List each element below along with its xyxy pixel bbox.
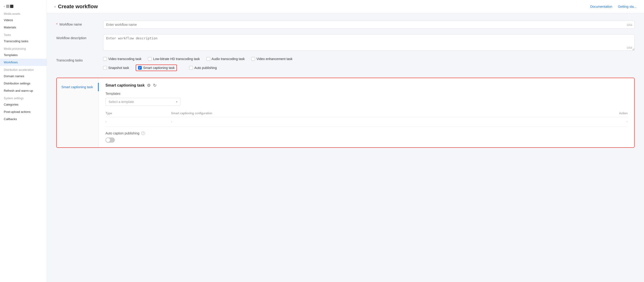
cell-type: -	[106, 120, 171, 124]
documentation-link[interactable]: Documentation	[590, 5, 612, 9]
sidebar-back-nav[interactable]: ‹	[0, 3, 47, 10]
required-star: *	[56, 23, 58, 26]
page-title: Create workflow	[58, 4, 98, 10]
logo-square-2	[10, 5, 13, 8]
template-select-dropdown[interactable]: Select a template ▾	[106, 98, 180, 106]
templates-section-label: Templates	[106, 92, 628, 96]
panel-title: Smart captioning task	[106, 83, 144, 88]
main-content: ‹ Create workflow Documentation Getting …	[47, 0, 644, 282]
content-area: * Workflow name 0/64 Workflow descriptio…	[47, 13, 644, 282]
workflow-name-label: * Workflow name	[56, 21, 103, 26]
task-label-video-transcoding: Video transcoding task	[108, 57, 141, 61]
auto-caption-toggle[interactable]	[106, 137, 115, 143]
topbar-back-icon[interactable]: ‹	[54, 5, 56, 9]
sidebar-item-templates[interactable]: Templates	[0, 51, 47, 59]
task-option-audio-transcoding[interactable]: Audio transcoding task	[206, 57, 245, 61]
back-chevron-icon: ‹	[4, 5, 5, 8]
logo-square-1	[6, 5, 9, 8]
col-header-config: Smart captioning configuration	[171, 111, 600, 115]
tasks-options: Video transcoding task Low-bitrate HD tr…	[103, 57, 635, 74]
tasks-row-2: Snapshot task Smart captioning task Auto…	[103, 65, 635, 74]
refresh-icon[interactable]: ↻	[153, 83, 156, 88]
workflow-name-input[interactable]	[103, 21, 635, 29]
sidebar-item-callbacks[interactable]: Callbacks	[0, 115, 47, 123]
sidebar-item-distribution-settings[interactable]: Distribution settings	[0, 80, 47, 87]
task-option-video-transcoding[interactable]: Video transcoding task	[103, 57, 141, 61]
workflow-name-counter: 0/64	[627, 24, 632, 27]
task-label-snapshot: Snapshot task	[108, 66, 129, 70]
tasks-section-label: Tasks	[0, 31, 47, 38]
task-checkbox-smart-captioning	[138, 66, 142, 70]
sidebar-item-materials[interactable]: Materials	[0, 24, 47, 31]
table-row: - - -	[106, 117, 628, 127]
panel-sidebar: Smart captioning task	[57, 78, 99, 147]
task-option-auto-publishing[interactable]: Auto publishing	[189, 65, 217, 71]
media-processing-section-label: Media processing	[0, 45, 47, 51]
topbar-left: ‹ Create workflow	[54, 4, 98, 10]
sidebar-item-post-upload[interactable]: Post-upload actions	[0, 108, 47, 115]
topbar: ‹ Create workflow Documentation Getting …	[47, 0, 644, 13]
sidebar-item-categories[interactable]: Categories	[0, 101, 47, 108]
settings-icon[interactable]: ⚙	[147, 83, 151, 88]
task-label-audio-transcoding: Audio transcoding task	[212, 57, 245, 61]
chevron-down-icon: ▾	[176, 100, 178, 103]
workflow-description-input-wrap: 0/64	[103, 34, 635, 51]
task-label-video-enhancement: Video enhancement task	[256, 57, 292, 61]
sidebar-item-transcoding-tasks[interactable]: Transcoding tasks	[0, 38, 47, 45]
task-checkbox-auto-publishing	[189, 66, 193, 70]
getting-started-link[interactable]: Getting sta...	[618, 5, 636, 9]
distribution-section-label: Distribution acceleration	[0, 66, 47, 73]
config-table: Type Smart captioning configuration Acti…	[106, 110, 628, 127]
task-checkbox-video-enhancement	[251, 57, 255, 61]
workflow-description-row: Workflow description 0/64	[56, 34, 635, 51]
task-label-low-bitrate: Low-bitrate HD transcoding task	[153, 57, 200, 61]
panel-title-row: Smart captioning task ⚙ ↻	[106, 83, 628, 88]
task-option-smart-captioning[interactable]: Smart captioning task	[136, 65, 177, 71]
transcoding-tasks-row: Transcoding tasks Video transcoding task…	[56, 57, 635, 74]
system-settings-section-label: System settings	[0, 94, 47, 101]
cell-action: -	[600, 120, 628, 124]
template-select-placeholder: Select a template	[108, 100, 134, 104]
toggle-thumb	[106, 138, 110, 142]
auto-caption-label: Auto caption publishing	[106, 131, 140, 135]
task-option-snapshot[interactable]: Snapshot task	[103, 65, 129, 71]
workflow-name-input-wrap: 0/64	[103, 21, 635, 29]
col-header-type: Type	[106, 111, 171, 115]
topbar-right: Documentation Getting sta...	[590, 5, 636, 9]
task-label-smart-captioning: Smart captioning task	[143, 66, 175, 70]
sidebar: ‹ Media assets Videos Materials Tasks Tr…	[0, 0, 47, 282]
task-option-video-enhancement[interactable]: Video enhancement task	[251, 57, 292, 61]
task-checkbox-video-transcoding	[103, 57, 107, 61]
panel-content: Smart captioning task ⚙ ↻ Templates Sele…	[99, 78, 634, 147]
tasks-row-1: Video transcoding task Low-bitrate HD tr…	[103, 57, 635, 64]
task-option-low-bitrate[interactable]: Low-bitrate HD transcoding task	[148, 57, 200, 61]
table-header: Type Smart captioning configuration Acti…	[106, 110, 628, 117]
col-header-action: Action	[600, 111, 628, 115]
sidebar-item-workflows[interactable]: Workflows	[0, 59, 47, 66]
workflow-description-input[interactable]	[103, 34, 635, 51]
panel-sidebar-item-smart-captioning[interactable]: Smart captioning task	[57, 83, 99, 91]
cell-config: -	[171, 120, 600, 124]
sidebar-item-domain-names[interactable]: Domain names	[0, 73, 47, 80]
workflow-description-counter: 0/64	[627, 46, 632, 50]
workflow-name-row: * Workflow name 0/64	[56, 21, 635, 29]
sidebar-item-refresh-warmup[interactable]: Refresh and warm-up	[0, 87, 47, 94]
smart-captioning-panel: Smart captioning task Smart captioning t…	[56, 78, 635, 148]
sidebar-item-videos[interactable]: Videos	[0, 17, 47, 24]
task-checkbox-low-bitrate	[148, 57, 152, 61]
task-checkbox-audio-transcoding	[206, 57, 210, 61]
transcoding-tasks-label: Transcoding tasks	[56, 57, 103, 62]
auto-caption-row: Auto caption publishing ?	[106, 131, 628, 135]
task-label-auto-publishing: Auto publishing	[194, 66, 217, 70]
app-logo	[6, 5, 13, 8]
help-icon[interactable]: ?	[141, 131, 145, 135]
workflow-description-label: Workflow description	[56, 34, 103, 40]
task-checkbox-snapshot	[103, 66, 107, 70]
media-assets-section-label: Media assets	[0, 10, 47, 17]
